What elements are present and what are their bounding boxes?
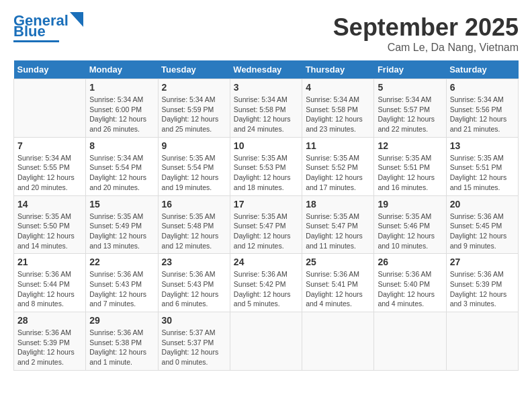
day-info: Sunrise: 5:34 AMSunset: 6:00 PMDaylight:… [89,95,154,134]
calendar-week-row: 14Sunrise: 5:35 AMSunset: 5:50 PMDayligh… [14,195,519,254]
day-info: Sunrise: 5:36 AMSunset: 5:39 PMDaylight:… [17,328,82,367]
day-info: Sunrise: 5:34 AMSunset: 5:56 PMDaylight:… [450,95,515,134]
calendar-week-row: 21Sunrise: 5:36 AMSunset: 5:44 PMDayligh… [14,254,519,312]
day-number: 1 [89,82,154,93]
day-header-thursday: Thursday [302,60,374,79]
day-number: 17 [234,199,298,210]
day-info: Sunrise: 5:35 AMSunset: 5:50 PMDaylight:… [17,212,82,251]
calendar-cell: 25Sunrise: 5:36 AMSunset: 5:41 PMDayligh… [302,254,374,312]
day-info: Sunrise: 5:35 AMSunset: 5:51 PMDaylight:… [378,153,442,193]
day-info: Sunrise: 5:36 AMSunset: 5:43 PMDaylight:… [89,269,154,309]
day-number: 21 [17,257,82,267]
day-number: 22 [89,257,154,267]
calendar-cell: 3Sunrise: 5:34 AMSunset: 5:58 PMDaylight… [230,79,302,138]
day-info: Sunrise: 5:35 AMSunset: 5:46 PMDaylight:… [378,212,442,251]
calendar-cell: 30Sunrise: 5:37 AMSunset: 5:37 PMDayligh… [158,312,230,371]
title-area: September 2025 Cam Le, Da Nang, Vietnam [333,13,519,54]
calendar-cell: 27Sunrise: 5:36 AMSunset: 5:39 PMDayligh… [446,254,518,312]
calendar-cell: 14Sunrise: 5:35 AMSunset: 5:50 PMDayligh… [14,195,86,254]
calendar-cell [230,312,302,371]
logo-arrow-icon [70,12,83,27]
day-header-wednesday: Wednesday [230,60,302,79]
calendar-cell: 21Sunrise: 5:36 AMSunset: 5:44 PMDayligh… [14,254,86,312]
svg-marker-0 [70,12,83,27]
logo-text-blue: Blue [13,24,46,39]
day-info: Sunrise: 5:34 AMSunset: 5:58 PMDaylight:… [234,95,298,134]
day-number: 10 [234,140,298,151]
calendar-cell: 11Sunrise: 5:35 AMSunset: 5:52 PMDayligh… [302,137,374,195]
day-info: Sunrise: 5:34 AMSunset: 5:54 PMDaylight:… [89,153,154,193]
day-number: 5 [378,82,442,93]
day-info: Sunrise: 5:36 AMSunset: 5:44 PMDaylight:… [17,269,82,309]
day-info: Sunrise: 5:35 AMSunset: 5:51 PMDaylight:… [450,153,515,193]
day-info: Sunrise: 5:35 AMSunset: 5:53 PMDaylight:… [234,153,298,193]
day-info: Sunrise: 5:36 AMSunset: 5:40 PMDaylight:… [378,269,442,309]
day-number: 19 [378,199,442,210]
day-number: 8 [89,140,154,151]
calendar-cell [302,312,374,371]
calendar-cell: 28Sunrise: 5:36 AMSunset: 5:39 PMDayligh… [14,312,86,371]
day-number: 7 [17,140,82,151]
day-number: 24 [234,257,298,267]
calendar-cell: 10Sunrise: 5:35 AMSunset: 5:53 PMDayligh… [230,137,302,195]
calendar-cell: 17Sunrise: 5:35 AMSunset: 5:47 PMDayligh… [230,195,302,254]
calendar-cell: 13Sunrise: 5:35 AMSunset: 5:51 PMDayligh… [446,137,518,195]
day-number: 26 [378,257,442,267]
calendar-cell: 16Sunrise: 5:35 AMSunset: 5:48 PMDayligh… [158,195,230,254]
calendar-week-row: 28Sunrise: 5:36 AMSunset: 5:39 PMDayligh… [14,312,519,371]
day-info: Sunrise: 5:35 AMSunset: 5:48 PMDaylight:… [162,212,226,251]
day-number: 9 [162,140,226,151]
calendar-cell: 5Sunrise: 5:34 AMSunset: 5:57 PMDaylight… [374,79,446,138]
day-header-saturday: Saturday [446,60,518,79]
logo-underline [13,40,59,42]
calendar-cell [14,79,86,138]
calendar-cell: 4Sunrise: 5:34 AMSunset: 5:58 PMDaylight… [302,79,374,138]
day-info: Sunrise: 5:36 AMSunset: 5:39 PMDaylight:… [450,269,515,309]
day-number: 25 [306,257,370,267]
calendar-cell: 24Sunrise: 5:36 AMSunset: 5:42 PMDayligh… [230,254,302,312]
calendar-week-row: 1Sunrise: 5:34 AMSunset: 6:00 PMDaylight… [14,79,519,138]
day-info: Sunrise: 5:37 AMSunset: 5:37 PMDaylight:… [162,328,226,367]
day-header-tuesday: Tuesday [158,60,230,79]
day-info: Sunrise: 5:36 AMSunset: 5:43 PMDaylight:… [162,269,226,309]
calendar-header-row: SundayMondayTuesdayWednesdayThursdayFrid… [14,60,519,79]
calendar-cell: 8Sunrise: 5:34 AMSunset: 5:54 PMDaylight… [86,137,158,195]
calendar-cell: 19Sunrise: 5:35 AMSunset: 5:46 PMDayligh… [374,195,446,254]
day-number: 3 [234,82,298,93]
logo: General Blue [13,13,83,42]
day-info: Sunrise: 5:34 AMSunset: 5:57 PMDaylight:… [378,95,442,134]
page-header: General Blue September 2025 Cam Le, Da N… [13,13,519,54]
calendar-cell: 1Sunrise: 5:34 AMSunset: 6:00 PMDaylight… [86,79,158,138]
calendar-cell: 6Sunrise: 5:34 AMSunset: 5:56 PMDaylight… [446,79,518,138]
day-header-sunday: Sunday [14,60,86,79]
calendar-cell: 26Sunrise: 5:36 AMSunset: 5:40 PMDayligh… [374,254,446,312]
day-info: Sunrise: 5:35 AMSunset: 5:47 PMDaylight:… [234,212,298,251]
day-number: 20 [450,199,515,210]
calendar-cell: 12Sunrise: 5:35 AMSunset: 5:51 PMDayligh… [374,137,446,195]
day-number: 23 [162,257,226,267]
day-info: Sunrise: 5:34 AMSunset: 5:58 PMDaylight:… [306,95,370,134]
calendar-cell: 18Sunrise: 5:35 AMSunset: 5:47 PMDayligh… [302,195,374,254]
calendar-week-row: 7Sunrise: 5:34 AMSunset: 5:55 PMDaylight… [14,137,519,195]
day-number: 6 [450,82,515,93]
location: Cam Le, Da Nang, Vietnam [333,42,519,54]
calendar-cell: 9Sunrise: 5:35 AMSunset: 5:54 PMDaylight… [158,137,230,195]
day-number: 2 [162,82,226,93]
day-header-friday: Friday [374,60,446,79]
day-number: 13 [450,140,515,151]
day-info: Sunrise: 5:35 AMSunset: 5:49 PMDaylight:… [89,212,154,251]
day-info: Sunrise: 5:36 AMSunset: 5:42 PMDaylight:… [234,269,298,309]
day-number: 11 [306,140,370,151]
day-info: Sunrise: 5:35 AMSunset: 5:54 PMDaylight:… [162,153,226,193]
month-title: September 2025 [333,13,519,42]
calendar-cell: 22Sunrise: 5:36 AMSunset: 5:43 PMDayligh… [86,254,158,312]
day-number: 15 [89,199,154,210]
day-number: 30 [162,315,226,326]
calendar-cell [446,312,518,371]
day-info: Sunrise: 5:35 AMSunset: 5:47 PMDaylight:… [306,212,370,251]
day-number: 28 [17,315,82,326]
day-info: Sunrise: 5:35 AMSunset: 5:52 PMDaylight:… [306,153,370,193]
day-number: 18 [306,199,370,210]
day-header-monday: Monday [86,60,158,79]
calendar-table: SundayMondayTuesdayWednesdayThursdayFrid… [13,60,519,371]
